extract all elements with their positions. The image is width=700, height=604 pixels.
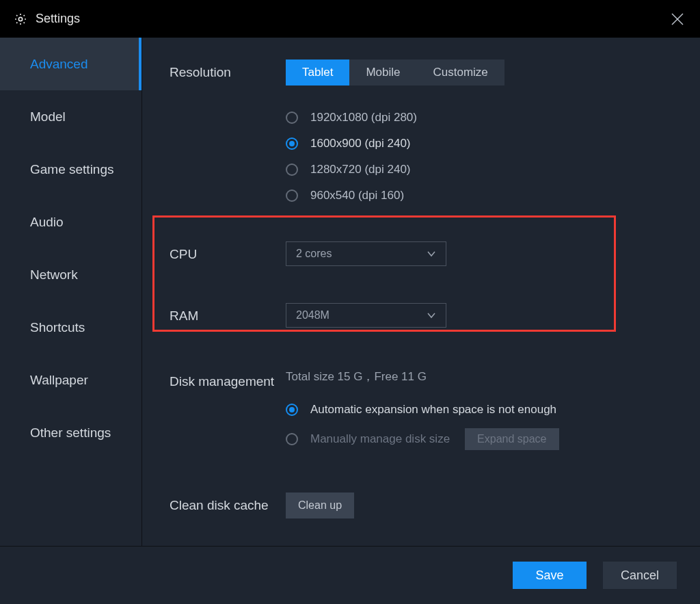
- sidebar-item-label: Advanced: [30, 57, 88, 72]
- sidebar-item-label: Other settings: [30, 425, 111, 441]
- sidebar-item-label: Audio: [30, 215, 64, 230]
- cancel-button[interactable]: Cancel: [603, 562, 677, 589]
- radio-icon: [286, 404, 298, 416]
- disk-manual-label: Manually manage disk size: [310, 432, 450, 446]
- cleanup-button[interactable]: Clean up: [286, 493, 354, 518]
- sidebar-item-model[interactable]: Model: [0, 90, 142, 143]
- resolution-option-0[interactable]: 1920x1080 (dpi 280): [286, 105, 673, 131]
- resolution-option-label: 960x540 (dpi 160): [310, 189, 404, 202]
- chevron-down-icon: [427, 249, 436, 259]
- cpu-dropdown[interactable]: 2 cores: [286, 241, 446, 266]
- radio-icon: [286, 111, 298, 124]
- sidebar-item-network[interactable]: Network: [0, 248, 142, 301]
- ram-label: RAM: [170, 303, 286, 325]
- ram-dropdown[interactable]: 2048M: [286, 303, 446, 328]
- disk-auto-label: Automatic expansion when space is not en…: [310, 403, 556, 417]
- sidebar-item-label: Game settings: [30, 162, 114, 177]
- save-button[interactable]: Save: [513, 562, 587, 589]
- footer: Save Cancel: [0, 546, 700, 604]
- resolution-option-label: 1600x900 (dpi 240): [310, 137, 411, 150]
- resolution-option-label: 1920x1080 (dpi 280): [310, 111, 417, 124]
- cpu-label: CPU: [170, 241, 286, 263]
- tab-label: Customize: [433, 66, 487, 79]
- chevron-down-icon: [427, 311, 436, 320]
- radio-icon: [286, 433, 298, 445]
- cpu-value: 2 cores: [296, 248, 332, 260]
- sidebar-item-label: Network: [30, 267, 78, 283]
- sidebar-item-label: Wallpaper: [30, 373, 88, 388]
- sidebar-item-game-settings[interactable]: Game settings: [0, 143, 142, 196]
- window-title: Settings: [36, 12, 80, 26]
- sidebar-item-label: Shortcuts: [30, 320, 85, 335]
- close-button[interactable]: [670, 12, 685, 27]
- svg-point-0: [18, 17, 22, 21]
- gear-icon: [14, 12, 27, 26]
- ram-value: 2048M: [296, 309, 329, 321]
- resolution-option-label: 1280x720 (dpi 240): [310, 163, 411, 176]
- disk-status: Total size 15 G，Free 11 G: [286, 369, 673, 384]
- resolution-option-1[interactable]: 1600x900 (dpi 240): [286, 131, 673, 157]
- tab-tablet[interactable]: Tablet: [286, 60, 349, 86]
- sidebar-item-other-settings[interactable]: Other settings: [0, 406, 142, 459]
- radio-icon: [286, 163, 298, 176]
- sidebar-item-audio[interactable]: Audio: [0, 196, 142, 248]
- tab-label: Tablet: [302, 66, 333, 79]
- sidebar-item-advanced[interactable]: Advanced: [0, 38, 142, 90]
- sidebar-item-shortcuts[interactable]: Shortcuts: [0, 301, 142, 354]
- tab-label: Mobile: [366, 66, 400, 79]
- disk-label: Disk management: [170, 369, 286, 391]
- tab-customize[interactable]: Customize: [416, 60, 504, 86]
- tab-mobile[interactable]: Mobile: [349, 60, 416, 86]
- expand-space-button: Expand space: [465, 428, 558, 450]
- disk-auto-option[interactable]: Automatic expansion when space is not en…: [286, 397, 673, 423]
- sidebar: Advanced Model Game settings Audio Netwo…: [0, 38, 142, 546]
- sidebar-item-label: Model: [30, 109, 66, 124]
- resolution-tabs: Tablet Mobile Customize: [286, 60, 673, 86]
- resolution-option-3[interactable]: 960x540 (dpi 160): [286, 183, 673, 209]
- disk-manual-option[interactable]: Manually manage disk size Expand space: [286, 423, 673, 456]
- resolution-option-2[interactable]: 1280x720 (dpi 240): [286, 157, 673, 183]
- resolution-label: Resolution: [170, 60, 286, 81]
- close-icon: [670, 12, 685, 27]
- window-header: Settings: [0, 0, 700, 38]
- cache-label: Clean disk cache: [170, 493, 286, 514]
- radio-icon: [286, 137, 298, 150]
- sidebar-item-wallpaper[interactable]: Wallpaper: [0, 354, 142, 406]
- radio-icon: [286, 189, 298, 202]
- main-panel: Resolution Tablet Mobile Customize 1920x…: [142, 38, 700, 546]
